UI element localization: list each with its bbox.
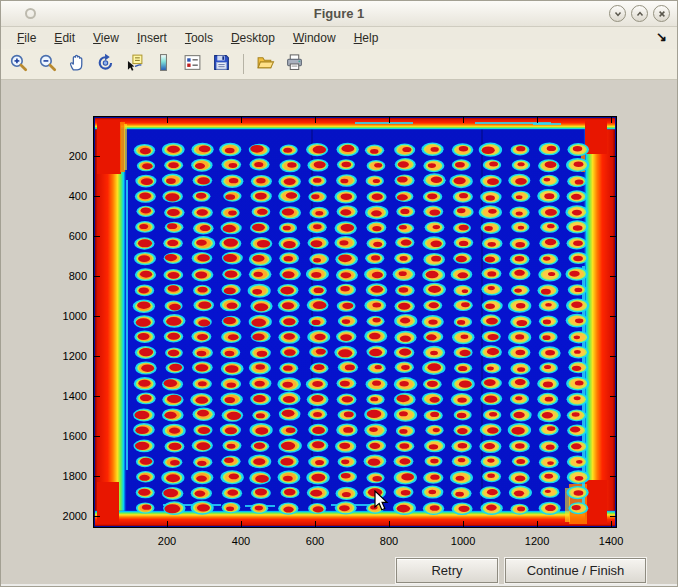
save-figure-button[interactable]	[211, 54, 232, 75]
x-tick-label: 200	[139, 535, 195, 547]
menu-edit[interactable]: Edit	[45, 28, 84, 48]
menu-help[interactable]: Help	[345, 28, 388, 48]
title-bar[interactable]: Figure 1	[1, 1, 677, 27]
menu-tools[interactable]: Tools	[176, 28, 222, 48]
chevron-down-icon	[613, 5, 623, 23]
y-tick-label: 400	[45, 190, 87, 202]
menu-desktop[interactable]: Desktop	[222, 28, 284, 48]
x-tick-label: 1000	[435, 535, 491, 547]
mouse-cursor-icon	[374, 490, 389, 512]
open-file-icon	[256, 53, 275, 76]
zoom-in-button[interactable]	[8, 54, 29, 75]
menu-file[interactable]: File	[8, 28, 45, 48]
heatmap-plot[interactable]	[93, 116, 617, 528]
menu-insert[interactable]: Insert	[128, 28, 176, 48]
print-figure-button[interactable]	[284, 54, 305, 75]
open-file-button[interactable]	[255, 54, 276, 75]
zoom-out-button[interactable]	[37, 54, 58, 75]
y-tick-label: 1000	[45, 310, 87, 322]
figure-window: Figure 1 FileEditViewInsertToolsDesktopW…	[0, 0, 678, 587]
y-tick-label: 2000	[45, 510, 87, 522]
save-figure-icon	[212, 53, 231, 76]
x-tick-label: 600	[287, 535, 343, 547]
x-tick-label: 400	[213, 535, 269, 547]
menu-view[interactable]: View	[84, 28, 128, 48]
x-tick-label: 800	[361, 535, 417, 547]
dock-figure-arrow-icon[interactable]: ↘	[656, 29, 667, 44]
rotate-3d-button[interactable]	[95, 54, 116, 75]
pan-icon	[67, 53, 86, 76]
x-tick-label: 1200	[509, 535, 565, 547]
x-tick-label: 1400	[583, 535, 639, 547]
y-tick-label: 1600	[45, 430, 87, 442]
window-title: Figure 1	[1, 6, 677, 21]
shade-button[interactable]	[609, 5, 626, 22]
data-cursor-icon	[125, 53, 144, 76]
print-figure-icon	[285, 53, 304, 76]
y-tick-label: 200	[45, 150, 87, 162]
y-tick-label: 1200	[45, 350, 87, 362]
toolbar	[1, 49, 677, 80]
toolbar-separator	[243, 54, 244, 74]
insert-legend-icon	[183, 53, 202, 76]
maximize-button[interactable]	[631, 5, 648, 22]
window-controls	[609, 5, 670, 22]
zoom-out-icon	[38, 53, 57, 76]
menu-window[interactable]: Window	[284, 28, 345, 48]
y-tick-label: 1400	[45, 390, 87, 402]
y-tick-label: 600	[45, 230, 87, 242]
y-tick-label: 800	[45, 270, 87, 282]
retry-button[interactable]: Retry	[396, 558, 498, 583]
pan-button[interactable]	[66, 54, 87, 75]
continue-finish-button[interactable]: Continue / Finish	[505, 558, 646, 583]
chevron-up-icon	[635, 5, 645, 23]
insert-legend-button[interactable]	[182, 54, 203, 75]
figure-canvas: 2004006008001000120014001600180020002004…	[1, 81, 678, 587]
y-tick-label: 1800	[45, 470, 87, 482]
rotate-3d-icon	[96, 53, 115, 76]
menu-bar: FileEditViewInsertToolsDesktopWindowHelp…	[1, 27, 677, 49]
insert-colorbar-icon	[154, 53, 173, 76]
insert-colorbar-button[interactable]	[153, 54, 174, 75]
zoom-in-icon	[9, 53, 28, 76]
close-icon	[657, 5, 667, 23]
data-cursor-button[interactable]	[124, 54, 145, 75]
close-button[interactable]	[653, 5, 670, 22]
